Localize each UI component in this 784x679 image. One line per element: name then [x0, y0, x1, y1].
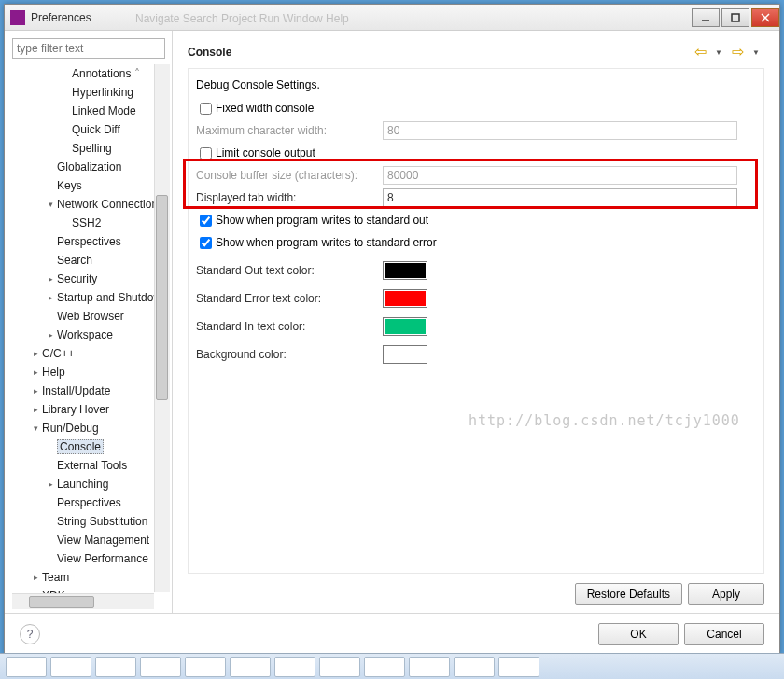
taskbar-item[interactable]	[454, 657, 495, 677]
taskbar-item[interactable]	[6, 657, 47, 677]
tree-item-label: Network Connections	[57, 198, 163, 211]
tree-item-web-browser[interactable]: Web Browser	[12, 307, 170, 326]
maximize-button[interactable]	[721, 8, 749, 27]
tree-item-label: View Management	[57, 534, 149, 547]
tree-item-label: Globalization	[57, 160, 121, 173]
taskbar-item[interactable]	[185, 657, 226, 677]
background-menu: Navigate Search Project Run Window Help	[135, 12, 349, 25]
tree-item-workspace[interactable]: ▸Workspace	[12, 326, 170, 344]
preferences-window: Preferences Navigate Search Project Run …	[4, 4, 780, 655]
help-button[interactable]: ?	[20, 624, 40, 644]
taskbar-item[interactable]	[230, 657, 271, 677]
tree-item-quick-diff[interactable]: Quick Diff	[12, 120, 170, 139]
tree-item-hyperlinking[interactable]: Hyperlinking	[12, 83, 170, 102]
tree-item-security[interactable]: ▸Security	[12, 270, 170, 288]
tree-item-string-substitution[interactable]: String Substitution	[12, 512, 170, 531]
max-char-input	[383, 121, 737, 140]
tree-item-startup-and-shutdown[interactable]: ▸Startup and Shutdown	[12, 288, 170, 307]
minimize-button[interactable]	[692, 8, 720, 27]
twisty-icon[interactable]: ▾	[44, 200, 57, 209]
titlebar[interactable]: Preferences Navigate Search Project Run …	[5, 5, 779, 31]
twisty-icon[interactable]: ▸	[29, 349, 42, 358]
twisty-icon[interactable]: ▸	[44, 293, 57, 302]
stdin-color-button[interactable]	[383, 317, 427, 336]
tree-item-globalization[interactable]: Globalization	[12, 158, 170, 176]
window-title: Preferences	[31, 11, 91, 24]
taskbar-item[interactable]	[50, 657, 91, 677]
taskbar-item[interactable]	[498, 657, 539, 677]
tree-item-view-management[interactable]: View Management	[12, 531, 170, 549]
tree-item-label: C/C++	[42, 347, 75, 360]
tree-item-c-c-[interactable]: ▸C/C++	[12, 344, 170, 363]
nav-back-menu[interactable]: ▼	[710, 44, 727, 61]
tree-item-keys[interactable]: Keys	[12, 176, 170, 195]
taskbar-item[interactable]	[140, 657, 181, 677]
apply-button[interactable]: Apply	[688, 583, 764, 605]
taskbar-item[interactable]	[319, 657, 360, 677]
tree-item-view-performance[interactable]: View Performance	[12, 549, 170, 568]
tree-item-label: Run/Debug	[42, 422, 99, 435]
fixed-width-label: Fixed width console	[216, 102, 314, 115]
app-icon	[10, 10, 25, 25]
tree-item-console[interactable]: Console	[12, 437, 170, 456]
tab-width-label: Displayed tab width:	[196, 191, 383, 204]
tree-hscrollbar[interactable]	[12, 593, 154, 609]
taskbar-item[interactable]	[274, 657, 315, 677]
twisty-icon[interactable]: ▸	[44, 479, 57, 489]
tree-item-label: Keys	[57, 179, 82, 192]
stdout-color-button[interactable]	[383, 261, 427, 280]
filter-input[interactable]	[12, 38, 165, 59]
stderr-color-button[interactable]	[383, 289, 427, 308]
tree-item-label: Perspectives	[57, 235, 121, 248]
twisty-icon[interactable]: ▸	[44, 274, 57, 284]
tab-width-input[interactable]	[383, 188, 737, 207]
tree-item-ssh2[interactable]: SSH2	[12, 214, 170, 232]
watermark-text: http://blog.csdn.net/tcjy1000	[469, 412, 740, 429]
twisty-icon[interactable]: ▸	[29, 367, 42, 377]
tree-item-network-connections[interactable]: ▾Network Connections	[12, 195, 170, 214]
restore-defaults-button[interactable]: Restore Defaults	[575, 583, 682, 605]
preferences-tree[interactable]: Annotations ˄HyperlinkingLinked ModeQuic…	[12, 64, 170, 609]
tree-item-spelling[interactable]: Spelling	[12, 139, 170, 158]
tree-item-team[interactable]: ▸Team	[12, 568, 170, 587]
show-stdout-checkbox[interactable]	[200, 215, 212, 227]
tree-item-search[interactable]: Search	[12, 251, 170, 270]
tree-item-annotations[interactable]: Annotations ˄	[12, 64, 170, 83]
limit-output-checkbox[interactable]	[200, 147, 212, 159]
tree-item-label: Linked Mode	[72, 104, 136, 118]
twisty-icon[interactable]: ▸	[29, 386, 42, 395]
tree-item-label: Search	[57, 254, 92, 267]
bg-color-label: Background color:	[196, 348, 383, 361]
show-stderr-checkbox[interactable]	[200, 237, 212, 249]
nav-fwd-menu[interactable]: ▼	[748, 44, 764, 61]
stdout-color-label: Standard Out text color:	[196, 264, 383, 277]
tree-item-perspectives[interactable]: Perspectives	[12, 232, 170, 251]
tree-vscrollbar[interactable]	[154, 64, 170, 592]
tree-item-launching[interactable]: ▸Launching	[12, 475, 170, 493]
tree-item-run-debug[interactable]: ▾Run/Debug	[12, 419, 170, 437]
twisty-icon[interactable]: ▸	[29, 573, 42, 582]
taskbar[interactable]	[0, 653, 784, 679]
taskbar-item[interactable]	[364, 657, 405, 677]
ok-button[interactable]: OK	[598, 623, 679, 645]
taskbar-item[interactable]	[95, 657, 136, 677]
tree-item-label: View Performance	[57, 552, 148, 565]
twisty-icon[interactable]: ▸	[29, 405, 42, 414]
tree-item-help[interactable]: ▸Help	[12, 363, 170, 381]
tree-item-library-hover[interactable]: ▸Library Hover	[12, 400, 170, 419]
nav-back-button[interactable]: ⇦	[692, 44, 708, 61]
page-title: Console	[188, 46, 231, 59]
nav-fwd-button[interactable]: ⇨	[729, 44, 746, 61]
close-button[interactable]	[751, 8, 779, 27]
twisty-icon[interactable]: ▸	[44, 330, 57, 340]
tree-item-install-update[interactable]: ▸Install/Update	[12, 381, 170, 400]
tree-item-external-tools[interactable]: External Tools	[12, 456, 170, 475]
tree-item-label: External Tools	[57, 459, 127, 472]
tree-item-perspectives[interactable]: Perspectives	[12, 493, 170, 512]
taskbar-item[interactable]	[409, 657, 450, 677]
twisty-icon[interactable]: ▾	[29, 423, 42, 433]
cancel-button[interactable]: Cancel	[684, 623, 764, 645]
tree-item-linked-mode[interactable]: Linked Mode	[12, 102, 170, 120]
bg-color-button[interactable]	[383, 345, 427, 364]
fixed-width-checkbox[interactable]	[200, 103, 212, 115]
